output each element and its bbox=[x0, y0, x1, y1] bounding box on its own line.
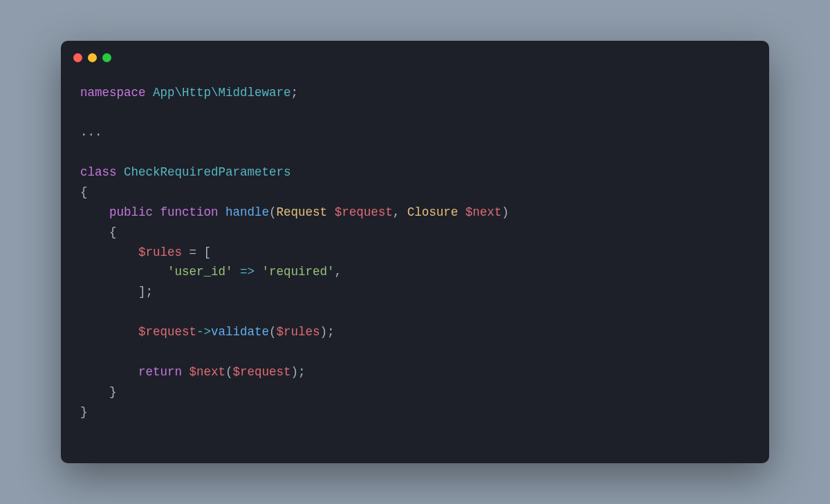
keyword-namespace: namespace bbox=[80, 86, 146, 100]
keyword-return: return bbox=[138, 365, 182, 379]
equals: = bbox=[182, 245, 204, 259]
var-rules: $rules bbox=[277, 325, 320, 339]
space bbox=[219, 205, 226, 219]
var-request: $request bbox=[233, 365, 291, 379]
space bbox=[182, 365, 190, 379]
object-arrow: -> bbox=[196, 325, 211, 339]
var-request: $request bbox=[335, 205, 393, 219]
maximize-icon[interactable] bbox=[102, 53, 111, 62]
semicolon: ; bbox=[291, 86, 299, 100]
paren-open: ( bbox=[225, 365, 233, 379]
class-name: CheckRequiredParameters bbox=[124, 165, 291, 179]
var-next: $next bbox=[465, 205, 502, 219]
paren-open: ( bbox=[269, 205, 277, 219]
keyword-public: public bbox=[109, 205, 153, 219]
brace-close: } bbox=[80, 405, 88, 419]
paren-close: ) bbox=[501, 205, 509, 219]
keyword-class: class bbox=[80, 165, 117, 179]
brace-open: { bbox=[80, 185, 88, 199]
assoc-arrow: => bbox=[233, 265, 262, 279]
paren-close: ) bbox=[320, 325, 328, 339]
space bbox=[153, 205, 160, 219]
function-name-handle: handle bbox=[225, 205, 269, 219]
string-userid: 'user_id' bbox=[167, 265, 233, 279]
var-next: $next bbox=[190, 365, 226, 379]
brace-close: } bbox=[109, 385, 117, 399]
method-validate: validate bbox=[211, 325, 269, 339]
brace-open: { bbox=[109, 225, 117, 239]
bracket-close: ] bbox=[138, 285, 146, 299]
ellipsis: ... bbox=[80, 125, 102, 139]
close-icon[interactable] bbox=[73, 53, 82, 62]
space bbox=[146, 86, 154, 100]
semicolon: ; bbox=[327, 325, 335, 339]
minimize-icon[interactable] bbox=[88, 53, 97, 62]
code-window: namespace App\Http\Middleware; ... class… bbox=[61, 41, 769, 464]
paren-open: ( bbox=[269, 325, 277, 339]
paren-close: ) bbox=[291, 365, 299, 379]
space bbox=[117, 165, 124, 179]
namespace-path: App\Http\Middleware bbox=[153, 86, 291, 100]
semicolon: ; bbox=[298, 365, 306, 379]
string-required: 'required' bbox=[262, 265, 335, 279]
var-request: $request bbox=[138, 325, 196, 339]
comma: , bbox=[335, 265, 342, 279]
space bbox=[458, 205, 465, 219]
space bbox=[327, 205, 335, 219]
semicolon: ; bbox=[146, 285, 154, 299]
bracket-open: [ bbox=[204, 245, 212, 259]
comma: , bbox=[393, 205, 407, 219]
var-rules: $rules bbox=[138, 245, 182, 259]
keyword-function: function bbox=[160, 205, 219, 219]
type-closure: Closure bbox=[407, 205, 459, 219]
code-content: namespace App\Http\Middleware; ... class… bbox=[61, 62, 769, 464]
window-titlebar bbox=[61, 41, 769, 62]
type-request: Request bbox=[277, 205, 328, 219]
